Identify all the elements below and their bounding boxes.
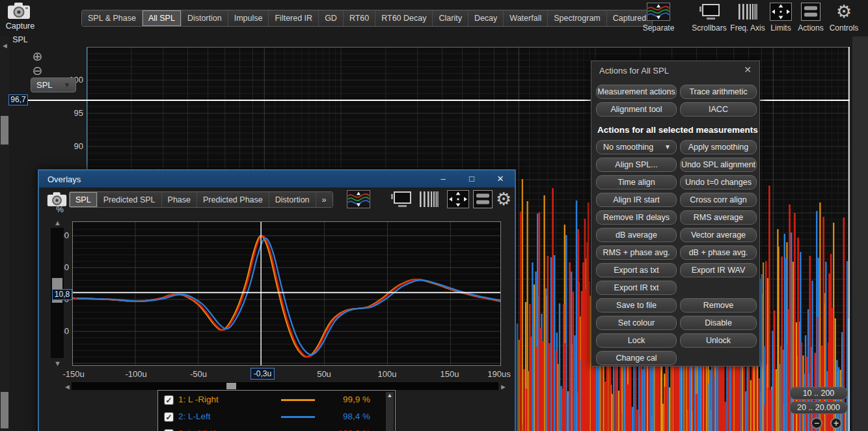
scrollbar-left-icon[interactable]: ◄ (1, 42, 8, 49)
overlay-x-tick: -50u (190, 369, 207, 379)
overlay-tab-phase[interactable]: Phase (162, 192, 197, 207)
panel-button-rms-average[interactable]: RMS average (680, 210, 757, 225)
range-button-20-20000[interactable]: 20 .. 20.000 (789, 401, 848, 414)
legend-scrollbar[interactable]: ▲ (386, 392, 394, 431)
overlay-tab-predicted-phase[interactable]: Predicted Phase (197, 192, 269, 207)
panel-button-undo-t-0-changes[interactable]: Undo t=0 changes (680, 175, 757, 189)
scrollbars-icon[interactable] (390, 190, 412, 211)
legend-value: 99,9 % (314, 395, 370, 404)
panel-button-apply-smoothing[interactable]: Apply smoothing (680, 140, 757, 154)
scrollbar-thumb[interactable] (1, 116, 8, 145)
tab-gd[interactable]: GD (319, 10, 344, 26)
separate-icon[interactable] (347, 190, 370, 211)
tab-distortion[interactable]: Distortion (182, 10, 228, 26)
panel-button-export-ir-txt[interactable]: Export IR txt (596, 281, 677, 295)
scrollbar-thumb[interactable] (1, 392, 8, 428)
legend-value: 100,0 % (314, 428, 370, 431)
main-vertical-scrollbar[interactable]: ◄ (0, 36, 9, 431)
overlay-tab-distortion[interactable]: Distortion (269, 192, 316, 207)
scroll-right-icon[interactable]: ► (500, 383, 507, 391)
controls-icon: ⚙ (817, 2, 868, 21)
scroll-down-icon[interactable]: ▼ (54, 359, 61, 367)
panel-button-rms-phase-avg-[interactable]: RMS + phase avg. (596, 245, 677, 260)
overlay-horizontal-scrollbar[interactable] (72, 382, 498, 390)
panel-button-lock[interactable]: Lock (596, 333, 677, 348)
overlays-title-bar[interactable]: Overlays – □ ✕ (39, 171, 515, 188)
panel-button-set-colour[interactable]: Set colour (596, 316, 677, 330)
legend-label: 1: L -Right (178, 395, 219, 404)
overlay-tab-»[interactable]: » (316, 192, 332, 207)
panel-button-vector-average[interactable]: Vector average (680, 228, 757, 242)
legend-swatch (281, 399, 315, 401)
actions-section-header: Actions for all selected measurements (597, 125, 758, 135)
panel-button-undo-spl-alignment[interactable]: Undo SPL alignment (680, 158, 757, 172)
tab-all-spl[interactable]: All SPL (142, 10, 182, 26)
range-button-10-200[interactable]: 10 .. 200 (789, 387, 848, 400)
tool-controls[interactable]: ⚙Controls (817, 2, 868, 33)
close-icon[interactable]: ✕ (744, 64, 752, 75)
panel-button-db-phase-avg-[interactable]: dB + phase avg. (680, 245, 757, 260)
scroll-up-icon[interactable]: ▲ (54, 219, 61, 227)
legend-checkbox[interactable]: ✓ (164, 412, 174, 422)
panel-button-change-cal[interactable]: Change cal (596, 351, 677, 365)
zoom-in-button[interactable]: ⊕ (31, 51, 44, 63)
panel-button-trace-arithmetic[interactable]: Trace arithmetic (680, 85, 757, 99)
minimize-button[interactable]: – (429, 171, 457, 188)
overlays-tab-bar: SPLPredicted SPLPhasePredicted PhaseDist… (69, 191, 333, 208)
trace-selector-value: SPL (36, 80, 53, 90)
actions-panel: Actions for All SPL ✕ Measurement action… (591, 61, 760, 367)
panel-button-disable[interactable]: Disable (680, 316, 757, 330)
panel-button-export-as-txt[interactable]: Export as txt (596, 263, 677, 277)
zoom-out-button[interactable]: ⊖ (31, 65, 44, 77)
range-zoom-in-button[interactable]: + (830, 417, 842, 429)
smoothing-dropdown[interactable]: No smoothing▼ (596, 140, 677, 154)
actions-icon[interactable] (473, 190, 493, 211)
controls-icon[interactable]: ⚙ (496, 190, 511, 208)
tab-clarity[interactable]: Clarity (433, 10, 468, 26)
y-tick-label: 90 (62, 141, 83, 151)
legend-row[interactable]: ✓3: L -Mid1100,0 % (158, 426, 395, 431)
panel-button-time-align[interactable]: Time align (596, 175, 677, 189)
legend-row[interactable]: ✓1: L -Right99,9 % (158, 392, 395, 409)
capture-icon[interactable] (7, 2, 31, 22)
panel-button-cross-corr-align[interactable]: Cross corr align (680, 193, 757, 207)
panel-button-save-to-file[interactable]: Save to file (596, 298, 677, 313)
scroll-left-icon[interactable]: ◄ (64, 383, 71, 391)
panel-button-remove-ir-delays[interactable]: Remove IR delays (596, 210, 677, 225)
legend-row[interactable]: ✓2: L-Left98,4 % (158, 409, 395, 426)
panel-button-align-spl-[interactable]: Align SPL... (596, 158, 677, 172)
panel-button-db-average[interactable]: dB average (596, 228, 677, 242)
overlay-chart[interactable] (72, 221, 501, 366)
range-zoom-out-button[interactable]: − (811, 417, 822, 429)
tab-spl-phase[interactable]: SPL & Phase (82, 10, 142, 26)
overlay-tab-predicted-spl[interactable]: Predicted SPL (98, 192, 162, 207)
panel-button-align-ir-start[interactable]: Align IR start (596, 193, 677, 207)
panel-button-alignment-tool[interactable]: Alignment tool (596, 102, 677, 117)
close-button[interactable]: ✕ (486, 171, 515, 188)
legend-checkbox[interactable]: ✓ (164, 395, 174, 405)
panel-button-iacc[interactable]: IACC (680, 102, 757, 117)
panel-button-measurement-actions[interactable]: Measurement actions (596, 85, 677, 99)
panel-button-export-ir-wav[interactable]: Export IR WAV (680, 263, 757, 277)
trace-selector-dropdown[interactable]: SPL ▼ (31, 77, 76, 92)
tab-decay[interactable]: Decay (468, 10, 504, 26)
tab-filtered-ir[interactable]: Filtered IR (269, 10, 319, 26)
overlay-y-axis-unit: % (53, 204, 66, 214)
scrollbar-thumb[interactable] (226, 383, 236, 389)
limits-icon[interactable] (447, 190, 469, 211)
panel-button-unlock[interactable]: Unlock (680, 333, 757, 348)
tab-spectrogram[interactable]: Spectrogram (548, 10, 607, 26)
maximize-button[interactable]: □ (457, 171, 486, 188)
tab-waterfall[interactable]: Waterfall (504, 10, 548, 26)
chevron-down-icon: ▼ (664, 141, 671, 154)
legend-value: 98,4 % (314, 411, 370, 421)
overlays-title: Overlays (47, 174, 81, 184)
overlays-toolbar: SPLPredicted SPLPhasePredicted PhaseDist… (39, 188, 515, 212)
tool-separate[interactable]: Separate (631, 2, 686, 33)
panel-button-remove[interactable]: Remove (680, 298, 757, 313)
tab-impulse[interactable]: Impulse (228, 10, 269, 26)
freq-axis-icon[interactable] (419, 190, 439, 211)
overlay-tab-spl[interactable]: SPL (70, 192, 98, 207)
tab-rt60[interactable]: RT60 (344, 10, 375, 26)
tab-rt60-decay[interactable]: RT60 Decay (375, 10, 433, 26)
